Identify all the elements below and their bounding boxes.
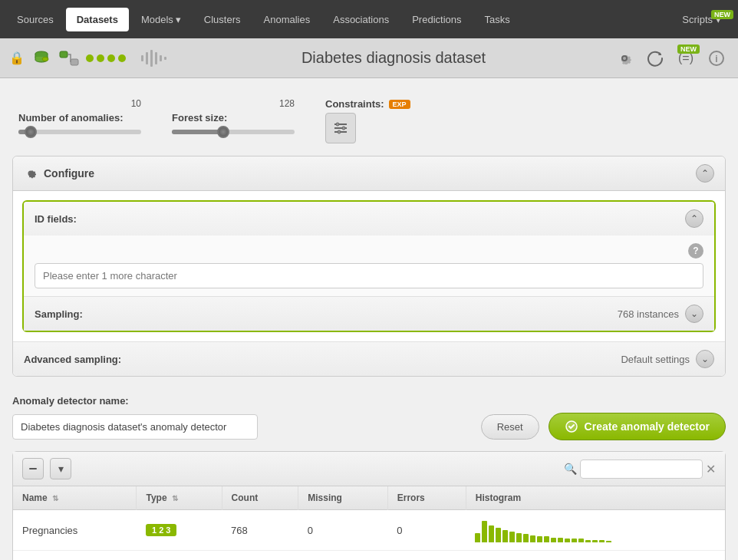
configure-gear-icon — [24, 166, 38, 180]
svg-point-15 — [336, 123, 339, 126]
id-fields-input[interactable] — [35, 263, 703, 288]
detector-name-row: Reset Create anomaly detector — [12, 413, 726, 440]
table-body: Pregnancies1 2 376800Glucose1 2 376800 — [13, 510, 725, 561]
options-row: 10 Number of anomalies: 128 Forest size:… — [12, 91, 726, 156]
svg-rect-5 — [146, 52, 148, 64]
search-input[interactable] — [580, 460, 703, 479]
cell-histogram — [466, 551, 725, 561]
table-row: Glucose1 2 376800 — [13, 551, 725, 561]
svg-rect-3 — [71, 59, 78, 65]
id-fields-help-icon[interactable]: ? — [688, 243, 703, 259]
configure-title: Configure — [44, 167, 690, 180]
cell-missing: 0 — [298, 510, 387, 551]
scripts-menu[interactable]: Scripts ▾ NEW — [671, 8, 732, 31]
cell-name: Pregnancies — [13, 510, 137, 551]
nav-item-associations[interactable]: Associations — [322, 8, 400, 31]
id-fields-header[interactable]: ID fields: ⌃ — [24, 202, 714, 236]
anomalies-value: 10 — [18, 98, 141, 109]
cell-count: 768 — [222, 551, 298, 561]
sampling-row[interactable]: Sampling: 768 instances ⌄ — [24, 296, 714, 331]
create-anomaly-detector-button[interactable]: Create anomaly detector — [549, 413, 726, 440]
search-wrap: 🔍 ✕ — [564, 460, 716, 479]
constraints-icon-button[interactable] — [325, 113, 356, 143]
info-icon[interactable]: i — [704, 46, 729, 71]
progress-indicator — [86, 54, 126, 62]
nav-item-models[interactable]: Models ▾ — [130, 8, 192, 31]
cell-type: 1 2 3 — [137, 510, 222, 551]
anomalies-slider[interactable] — [18, 130, 141, 134]
top-navigation: Sources Datasets Models ▾ Clusters Anoma… — [0, 0, 738, 38]
constraints-label: Constraints: EXP — [325, 98, 410, 110]
data-table-section: ▾ 🔍 ✕ Name ⇅ Type ⇅ — [12, 451, 726, 560]
sampling-value: 768 instances — [618, 308, 679, 320]
advanced-sampling-row[interactable]: Advanced sampling: Default settings ⌄ — [13, 341, 725, 376]
cell-histogram — [466, 510, 725, 551]
advanced-label: Advanced sampling: — [24, 354, 621, 365]
anomalies-slider-group: 10 Number of anomalies: — [18, 98, 141, 134]
forest-value: 128 — [172, 98, 295, 109]
id-fields-body: ? — [24, 236, 714, 296]
configure-collapse-button[interactable]: ⌃ — [696, 164, 714, 183]
table-header: Name ⇅ Type ⇅ Count Missing Errors — [13, 486, 725, 510]
col-missing: Missing — [298, 486, 387, 510]
svg-rect-19 — [29, 468, 37, 469]
svg-rect-9 — [164, 57, 166, 60]
detector-name-label: Anomaly detector name: — [12, 395, 726, 407]
nav-item-datasets[interactable]: Datasets — [66, 8, 129, 31]
dataset-title: Diabetes diagnosis dataset — [181, 49, 606, 67]
sampling-collapse-button[interactable]: ⌄ — [685, 305, 703, 323]
refresh-icon[interactable] — [643, 46, 667, 71]
advanced-collapse-button[interactable]: ⌄ — [696, 350, 714, 368]
nav-item-clusters[interactable]: Clusters — [193, 8, 252, 31]
cell-missing: 0 — [298, 551, 387, 561]
configure-section: Configure ⌃ ID fields: ⌃ ? Sampling: 768… — [12, 156, 726, 377]
search-icon: 🔍 — [564, 463, 577, 475]
col-count: Count — [222, 486, 298, 510]
dataset-toolbar: 🔒 Diabetes diagnosis datas — [0, 38, 738, 78]
svg-rect-8 — [160, 55, 162, 61]
main-content: 10 Number of anomalies: 128 Forest size:… — [0, 78, 738, 560]
configure-header[interactable]: Configure ⌃ — [13, 156, 725, 191]
col-type[interactable]: Type ⇅ — [137, 486, 222, 510]
forest-slider[interactable] — [172, 130, 295, 134]
nav-item-tasks[interactable]: Tasks — [474, 8, 521, 31]
database-icon[interactable] — [31, 48, 52, 69]
id-fields-section: ID fields: ⌃ ? Sampling: 768 instances ⌄ — [22, 200, 716, 332]
forest-slider-group: 128 Forest size: — [172, 98, 295, 134]
sampling-label: Sampling: — [35, 308, 618, 320]
reset-button[interactable]: Reset — [481, 414, 539, 440]
nav-item-anomalies[interactable]: Anomalies — [253, 8, 321, 31]
col-name[interactable]: Name ⇅ — [13, 486, 137, 510]
svg-rect-6 — [150, 50, 153, 67]
table-dropdown-button[interactable]: ▾ — [50, 458, 71, 479]
code-icon-wrap[interactable]: (=) NEW — [674, 46, 698, 71]
settings-icon[interactable] — [612, 46, 637, 71]
svg-rect-4 — [141, 55, 143, 61]
id-fields-collapse-button[interactable]: ⌃ — [685, 209, 703, 228]
sort-icon-type: ⇅ — [172, 494, 178, 502]
detector-name-section: Anomaly detector name: Reset Create anom… — [12, 386, 726, 451]
detector-name-input[interactable] — [12, 414, 258, 440]
table-row: Pregnancies1 2 376800 — [13, 510, 725, 551]
cell-errors: 0 — [387, 510, 466, 551]
cell-errors: 0 — [387, 551, 466, 561]
data-table: Name ⇅ Type ⇅ Count Missing Errors — [13, 486, 725, 560]
nav-item-predictions[interactable]: Predictions — [401, 8, 472, 31]
transform-icon[interactable] — [58, 48, 80, 69]
id-fields-label: ID fields: — [35, 213, 685, 225]
anomalies-label: Number of anomalies: — [18, 112, 141, 124]
table-minus-button[interactable] — [22, 458, 44, 479]
col-histogram: Histogram — [466, 486, 725, 510]
svg-rect-7 — [155, 52, 157, 64]
svg-point-1 — [42, 57, 48, 61]
clear-search-icon[interactable]: ✕ — [706, 462, 716, 476]
cell-type: 1 2 3 — [137, 551, 222, 561]
cell-count: 768 — [222, 510, 298, 551]
table-toolbar: ▾ 🔍 ✕ — [13, 452, 725, 486]
lock-icon: 🔒 — [9, 51, 25, 65]
svg-text:i: i — [715, 53, 717, 64]
constraints-group: Constraints: EXP — [325, 98, 410, 143]
col-errors: Errors — [387, 486, 466, 510]
create-icon — [565, 420, 578, 433]
nav-item-sources[interactable]: Sources — [6, 8, 64, 31]
